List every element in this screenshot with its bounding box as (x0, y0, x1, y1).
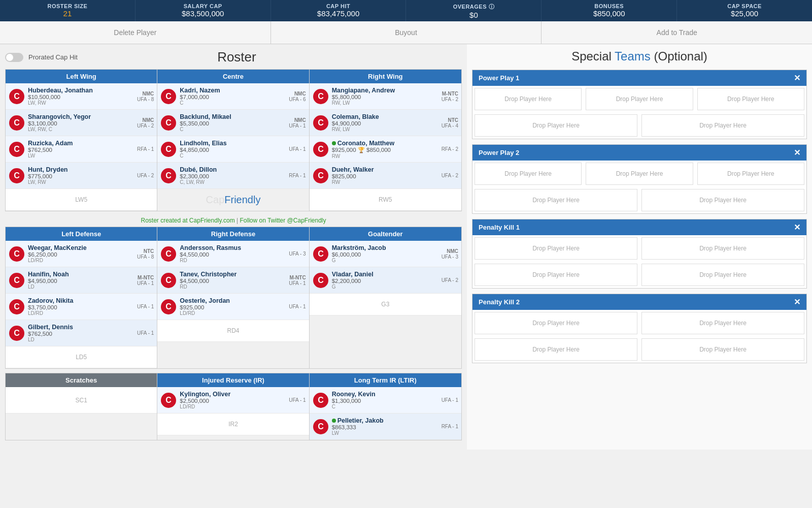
player-info: Markström, Jacob $6,000,000 G (332, 244, 438, 263)
pk1-header: Penalty Kill 1 ✕ (472, 219, 806, 235)
capfriendly-link[interactable]: Roster created at CapFriendly.com (141, 217, 234, 224)
player-name: Oesterle, Jordan (180, 297, 286, 304)
left-defense-header: Left Defense (6, 227, 157, 241)
pp1-drop-cell[interactable]: Drop Player Here (475, 114, 637, 137)
player-salary: $5,350,000 (180, 120, 286, 126)
player-info: Coleman, Blake $4,900,000 RW, LW (332, 113, 438, 132)
ufa-label: UFA - 2 (442, 97, 458, 102)
centre-col: Centre C Kadri, Nazem $7,000,000 C NMC U… (157, 70, 309, 211)
player-meta: NTC UFA - 8 (137, 248, 154, 260)
pp1-drop-cell[interactable]: Drop Player Here (586, 88, 693, 110)
player-position: RW, LW (332, 126, 438, 132)
pk1-drop-cell[interactable]: Drop Player Here (475, 237, 637, 260)
pp2-drop-cell[interactable]: Drop Player Here (475, 163, 582, 185)
pk2-drop-cell[interactable]: Drop Player Here (475, 312, 637, 334)
player-salary: $2,200,000 (332, 278, 438, 284)
pp2-title: Power Play 2 (479, 149, 519, 156)
player-info: Ruzicka, Adam $762,500 LW (28, 140, 134, 158)
pk1-drop-cell[interactable]: Drop Player Here (475, 264, 637, 286)
ltir-col: Long Term IR (LTIR) C Rooney, Kevin $1,3… (310, 373, 461, 440)
ufa-label: UFA - 1 (289, 146, 306, 152)
add-to-trade-button[interactable]: Add to Trade (542, 21, 812, 44)
left-wing-col: Left Wing C Huberdeau, Jonathan $10,500,… (6, 70, 157, 211)
ufa-label: UFA - 1 (137, 280, 154, 286)
player-position: LW, RW, C (28, 126, 134, 132)
player-info: Gilbert, Dennis $762,500 LD (28, 324, 134, 342)
ufa-label: UFA - 1 (442, 397, 458, 403)
ufa-label: UFA - 2 (137, 123, 154, 129)
player-name: Hunt, Dryden (28, 166, 134, 173)
penalty-kill-1-block: Penalty Kill 1 ✕ Drop Player Here Drop P… (472, 219, 807, 289)
rd4-placeholder: RD4 (157, 320, 309, 342)
contract-type: M-NTC (138, 275, 154, 280)
pp2-close-button[interactable]: ✕ (794, 148, 800, 157)
pp1-close-button[interactable]: ✕ (794, 73, 800, 83)
ufa-label: UFA - 4 (442, 123, 458, 129)
pk2-row1: Drop Player Here Drop Player Here (472, 310, 806, 336)
list-item: C Sharangovich, Yegor $3,100,000 LW, RW,… (6, 110, 157, 136)
ufa-label: UFA - 2 (137, 173, 154, 178)
sc1-placeholder: SC1 (6, 387, 157, 414)
pk2-close-button[interactable]: ✕ (794, 297, 800, 307)
goaltender-col: Goaltender C Markström, Jacob $6,000,000… (310, 227, 461, 368)
twitter-link[interactable]: Follow on Twitter @CapFriendly (240, 217, 326, 224)
player-name: Zadorov, Nikita (28, 297, 134, 304)
prorated-toggle[interactable] (5, 53, 23, 62)
pk1-drop-cell[interactable]: Drop Player Here (641, 237, 804, 260)
pp1-drop-cell[interactable]: Drop Player Here (641, 114, 804, 137)
ltir-header: Long Term IR (LTIR) (310, 373, 461, 387)
flames-logo-icon: C (9, 141, 25, 157)
pp1-drop-cell[interactable]: Drop Player Here (697, 88, 804, 110)
scratches-header: Scratches (6, 373, 157, 387)
player-info: Sharangovich, Yegor $3,100,000 LW, RW, C (28, 113, 134, 132)
list-item: C Hunt, Dryden $775,000 LW, RW UFA - 2 (6, 163, 157, 189)
pp1-header: Power Play 1 ✕ (472, 70, 806, 86)
player-meta: NMC UFA - 3 (442, 248, 458, 260)
player-position: LD/RD (180, 404, 286, 409)
pk1-row2: Drop Player Here Drop Player Here (472, 262, 806, 288)
pk1-close-button[interactable]: ✕ (794, 223, 800, 232)
capfriendly-watermark: CapFriendly (157, 189, 309, 211)
ufa-label: UFA - 8 (137, 254, 154, 260)
cap-hit-label: CAP HIT (271, 3, 406, 9)
player-meta: M-NTC UFA - 1 (289, 275, 306, 286)
player-position: RW (332, 153, 438, 159)
svg-text:C: C (14, 145, 20, 153)
player-info: Duehr, Walker $825,000 RW (332, 166, 438, 185)
pp2-drop-cell[interactable]: Drop Player Here (641, 189, 804, 211)
svg-text:C: C (318, 145, 324, 153)
pp2-drop-cell[interactable]: Drop Player Here (475, 189, 637, 211)
player-position: C, LW, RW (180, 179, 286, 185)
player-position: G (332, 258, 438, 263)
player-position: LW (28, 153, 134, 158)
player-salary: $5,800,000 (332, 94, 438, 100)
pk2-drop-cell[interactable]: Drop Player Here (641, 338, 804, 361)
bonuses-value: $850,000 (542, 9, 676, 18)
delete-player-button[interactable]: Delete Player (0, 21, 271, 44)
pp1-row1: Drop Player Here Drop Player Here Drop P… (472, 86, 806, 112)
player-salary: $762,500 (28, 331, 134, 337)
pk2-drop-cell[interactable]: Drop Player Here (641, 312, 804, 334)
pk2-drop-cell[interactable]: Drop Player Here (475, 338, 637, 361)
flames-logo-icon: C (160, 272, 177, 289)
player-salary: $863,333 (332, 424, 438, 430)
ufa-label: RFA - 1 (289, 173, 306, 178)
list-item: C Weegar, MacKenzie $6,250,000 LD/RD NTC… (6, 241, 157, 267)
player-info: Kylington, Oliver $2,500,000 LD/RD (180, 391, 286, 409)
player-name: Kylington, Oliver (180, 391, 286, 398)
player-position: C (180, 126, 286, 132)
contract-type: NTC (448, 117, 458, 123)
player-meta: UFA - 2 (137, 173, 154, 178)
list-item: C Andersson, Rasmus $4,550,000 RD UFA - … (157, 241, 309, 267)
pp2-drop-cell[interactable]: Drop Player Here (586, 163, 693, 185)
pk1-drop-cell[interactable]: Drop Player Here (641, 264, 804, 286)
pp1-drop-cell[interactable]: Drop Player Here (475, 88, 582, 110)
svg-text:C: C (166, 276, 172, 284)
player-name: Pelletier, Jakob (332, 417, 438, 424)
pp2-drop-cell[interactable]: Drop Player Here (697, 163, 804, 185)
buyout-button[interactable]: Buyout (271, 21, 542, 44)
roster-credit: Roster created at CapFriendly.com | Foll… (5, 215, 462, 227)
svg-text:C: C (166, 118, 172, 127)
salary-cap-label: SALARY CAP (136, 3, 270, 9)
pk1-title: Penalty Kill 1 (479, 224, 520, 231)
